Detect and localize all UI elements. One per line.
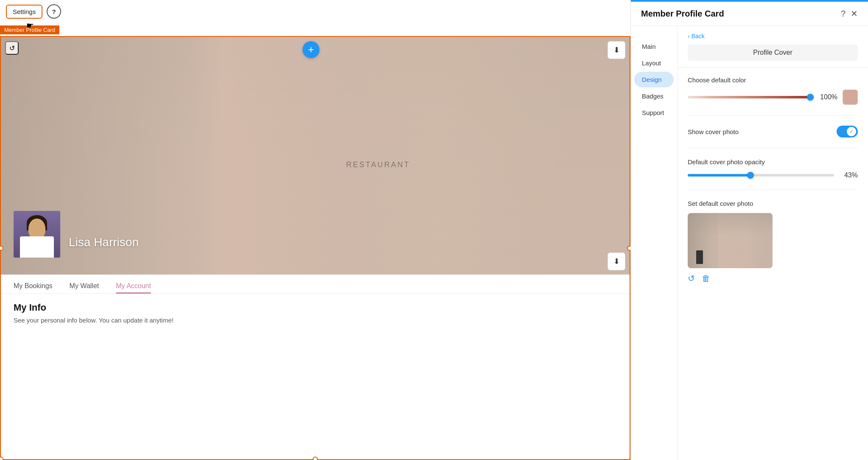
- opacity-row: 43%: [688, 171, 858, 179]
- settings-content: Choose default color 100% Show cover pho…: [678, 68, 868, 312]
- back-label: Back: [692, 33, 705, 39]
- avatar-body: [20, 236, 54, 258]
- show-cover-row: Show cover photo ✓: [688, 126, 858, 137]
- add-cover-button[interactable]: +: [302, 41, 319, 58]
- opacity-label: Default cover photo opacity: [688, 158, 858, 165]
- set-cover-section: Set default cover photo ↺ 🗑: [688, 200, 858, 294]
- refresh-cover-button[interactable]: ↺: [5, 41, 19, 55]
- color-label: Choose default color: [688, 76, 858, 84]
- tabs-nav: My Bookings My Wallet My Account: [14, 275, 617, 293]
- panel-help-button[interactable]: ?: [841, 9, 846, 19]
- panel-close-button[interactable]: ✕: [851, 8, 858, 19]
- toolbar: Settings ?: [0, 0, 630, 23]
- color-row: 100%: [688, 90, 858, 105]
- opacity-slider-thumb: [747, 172, 754, 179]
- delete-cover-photo-button[interactable]: 🗑: [702, 274, 710, 283]
- cover-photo: RESTAURANT ↺ + ⬇ Lisa Harrison ⬇: [1, 37, 630, 275]
- nav-item-layout[interactable]: Layout: [634, 55, 674, 71]
- left-panel: Settings ? ☛ Member Profile Card RESTAUR…: [0, 0, 630, 460]
- tab-account[interactable]: My Account: [116, 279, 151, 293]
- toggle-knob: ✓: [847, 127, 856, 136]
- my-info-title: My Info: [14, 302, 617, 313]
- tabs-section: My Bookings My Wallet My Account: [1, 275, 630, 294]
- avatar-person: [14, 211, 60, 258]
- cover-bottom-button[interactable]: ⬇: [608, 252, 625, 270]
- my-info-subtitle: See your personal info below. You can up…: [14, 317, 617, 324]
- panel-title: Member Profile Card: [641, 9, 724, 19]
- tab-bookings[interactable]: My Bookings: [14, 279, 53, 293]
- opacity-section: Default cover photo opacity 43%: [688, 158, 858, 190]
- color-section: Choose default color 100%: [688, 76, 858, 115]
- panel-header: Member Profile Card ? ✕: [631, 0, 868, 26]
- cover-upload-button[interactable]: ⬇: [608, 41, 625, 59]
- thumb-person: [696, 250, 703, 264]
- nav-item-design[interactable]: Design: [634, 72, 674, 87]
- show-cover-toggle[interactable]: ✓: [837, 126, 858, 137]
- set-cover-label: Set default cover photo: [688, 200, 858, 207]
- color-slider-track: [688, 96, 814, 98]
- refresh-cover-photo-button[interactable]: ↺: [688, 273, 695, 283]
- resize-handle-bottom-left[interactable]: [0, 457, 3, 460]
- help-button[interactable]: ?: [47, 4, 61, 19]
- panel-header-actions: ? ✕: [841, 8, 858, 19]
- panel-side-nav: Main Layout Design Badges Support: [631, 34, 677, 125]
- profile-cover-header: ‹ Back Profile Cover: [678, 26, 868, 68]
- cover-photo-actions: ↺ 🗑: [688, 273, 858, 283]
- show-cover-section: Show cover photo ✓: [688, 126, 858, 148]
- right-panel: Member Profile Card ? ✕ Main Layout Desi…: [630, 0, 868, 460]
- color-swatch[interactable]: [843, 90, 858, 105]
- avatar-head: [28, 219, 45, 239]
- restaurant-label: RESTAURANT: [346, 160, 410, 169]
- cursor-icon: ☛: [26, 20, 34, 31]
- opacity-slider-track: [688, 174, 834, 177]
- settings-button[interactable]: Settings: [6, 5, 42, 19]
- section-heading: Profile Cover: [688, 45, 858, 61]
- resize-handle-right[interactable]: [627, 246, 630, 251]
- resize-handle-bottom-mid[interactable]: [313, 457, 318, 460]
- panel-body: Main Layout Design Badges Support ‹ Back…: [631, 26, 868, 460]
- panel-content: ‹ Back Profile Cover Choose default colo…: [678, 26, 868, 460]
- profile-card-wrapper: RESTAURANT ↺ + ⬇ Lisa Harrison ⬇: [0, 36, 630, 460]
- nav-item-support[interactable]: Support: [634, 105, 674, 121]
- back-button[interactable]: ‹ Back: [688, 33, 858, 39]
- back-chevron-icon: ‹: [688, 33, 690, 39]
- my-info-section: My Info See your personal info below. Yo…: [1, 294, 630, 332]
- nav-item-main[interactable]: Main: [634, 39, 674, 54]
- profile-name: Lisa Harrison: [69, 236, 139, 249]
- opacity-percent: 43%: [839, 171, 858, 179]
- nav-item-badges[interactable]: Badges: [634, 88, 674, 104]
- panel-nav: Main Layout Design Badges Support: [631, 26, 678, 460]
- tab-wallet[interactable]: My Wallet: [70, 279, 99, 293]
- cover-photo-thumbnail: [688, 213, 773, 268]
- color-slider-thumb: [807, 94, 814, 101]
- avatar: [14, 211, 60, 258]
- color-percent: 100%: [819, 93, 837, 101]
- show-cover-label: Show cover photo: [688, 128, 739, 135]
